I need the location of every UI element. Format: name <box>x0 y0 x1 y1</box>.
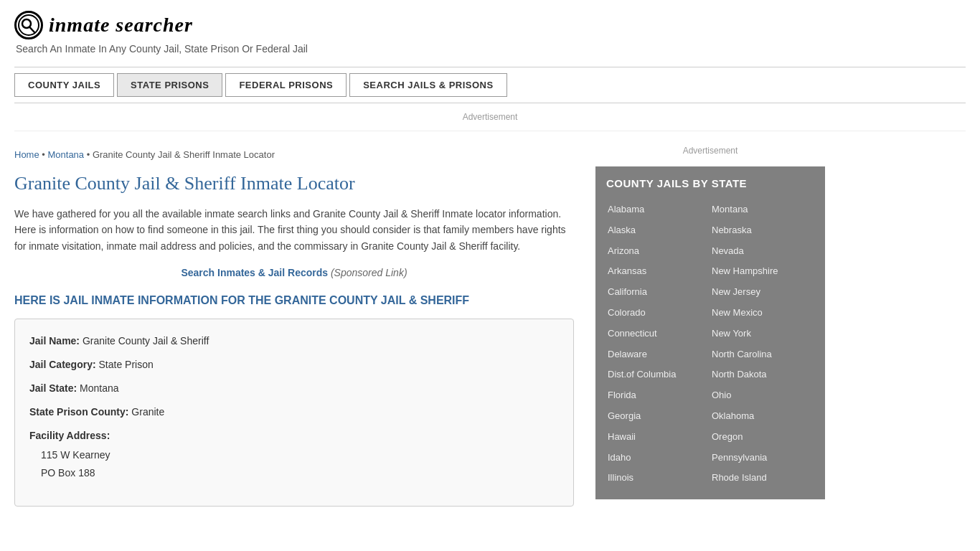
states-left-col: AlabamaAlaskaArizonaArkansasCaliforniaCo… <box>606 199 710 489</box>
state-item[interactable]: Illinois <box>606 468 710 489</box>
jail-address-lines: 115 W Kearney PO Box 188 <box>29 446 559 482</box>
state-item[interactable]: Oregon <box>710 427 814 448</box>
state-item[interactable]: Ohio <box>710 385 814 406</box>
jail-address-label: Facility Address: <box>29 430 110 441</box>
logo-text: inmate searcher <box>49 14 193 37</box>
state-item[interactable]: Nebraska <box>710 220 814 241</box>
jail-name-field: Jail Name: Granite County Jail & Sheriff <box>29 334 559 349</box>
state-item[interactable]: Georgia <box>606 406 710 427</box>
state-item[interactable]: New York <box>710 324 814 344</box>
jail-category-field: Jail Category: State Prison <box>29 357 559 372</box>
tagline: Search An Inmate In Any County Jail, Sta… <box>16 43 966 55</box>
county-jails-title: COUNTY JAILS BY STATE <box>606 177 814 189</box>
search-inmates-link[interactable]: Search Inmates & Jail Records <box>181 267 328 278</box>
nav-state-prisons[interactable]: STATE PRISONS <box>117 73 222 97</box>
state-item[interactable]: Alabama <box>606 199 710 220</box>
state-item[interactable]: Nevada <box>710 241 814 262</box>
state-item[interactable]: North Carolina <box>710 344 814 365</box>
state-item[interactable]: California <box>606 282 710 303</box>
jail-name-label: Jail Name: <box>29 335 80 347</box>
state-item[interactable]: Oklahoma <box>710 406 814 427</box>
state-item[interactable]: Montana <box>710 199 814 220</box>
state-item[interactable]: Pennsylvania <box>710 448 814 468</box>
sponsored-text: (Sponsored Link) <box>331 267 407 278</box>
breadcrumb: Home • Montana • Granite County Jail & S… <box>14 149 574 160</box>
state-item[interactable]: Colorado <box>606 303 710 324</box>
jail-state-val: Montana <box>80 382 118 394</box>
state-item[interactable]: North Dakota <box>710 364 814 385</box>
state-item[interactable]: New Jersey <box>710 282 814 303</box>
state-item[interactable]: Hawaii <box>606 427 710 448</box>
address-line-2: PO Box 188 <box>41 464 559 482</box>
jail-card: Jail Name: Granite County Jail & Sheriff… <box>14 319 574 506</box>
state-item[interactable]: Arkansas <box>606 261 710 282</box>
address-line-1: 115 W Kearney <box>41 446 559 464</box>
state-item[interactable]: Alaska <box>606 220 710 241</box>
jail-state-field: Jail State: Montana <box>29 381 559 396</box>
jail-county-val: Granite <box>131 406 164 418</box>
state-item[interactable]: Arizona <box>606 241 710 262</box>
jail-info-header: HERE IS JAIL INMATE INFORMATION FOR THE … <box>14 294 574 307</box>
logo: inmate searcher <box>14 11 966 39</box>
breadcrumb-home[interactable]: Home <box>14 149 39 160</box>
state-item[interactable]: Rhode Island <box>710 468 814 489</box>
jail-address-field: Facility Address: 115 W Kearney PO Box 1… <box>29 428 559 482</box>
state-item[interactable]: Connecticut <box>606 324 710 344</box>
page-title: Granite County Jail & Sheriff Inmate Loc… <box>14 173 574 194</box>
county-jails-box: COUNTY JAILS BY STATE AlabamaAlaskaArizo… <box>595 166 825 499</box>
state-item[interactable]: New Hampshire <box>710 261 814 282</box>
breadcrumb-state[interactable]: Montana <box>47 149 84 160</box>
jail-name-val: Granite County Jail & Sheriff <box>83 335 209 347</box>
state-item[interactable]: Dist.of Columbia <box>606 364 710 385</box>
svg-line-2 <box>30 27 35 32</box>
state-item[interactable]: Florida <box>606 385 710 406</box>
state-item[interactable]: Idaho <box>606 448 710 468</box>
breadcrumb-current: Granite County Jail & Sheriff Inmate Loc… <box>93 149 275 160</box>
states-right-col: MontanaNebraskaNevadaNew HampshireNew Je… <box>710 199 814 489</box>
jail-county-label: State Prison County: <box>29 406 128 418</box>
search-link-area: Search Inmates & Jail Records (Sponsored… <box>14 267 574 278</box>
jail-category-val: State Prison <box>98 359 153 370</box>
content-area: Home • Montana • Granite County Jail & S… <box>14 138 595 507</box>
main-nav: COUNTY JAILS STATE PRISONS FEDERAL PRISO… <box>14 67 966 103</box>
jail-state-label: Jail State: <box>29 382 77 394</box>
state-grid: AlabamaAlaskaArizonaArkansasCaliforniaCo… <box>606 199 814 489</box>
state-item[interactable]: New Mexico <box>710 303 814 324</box>
description-text: We have gathered for you all the availab… <box>14 206 574 254</box>
ad-banner: Advertisement <box>14 103 966 131</box>
sidebar-ad: Advertisement <box>595 146 825 156</box>
nav-federal-prisons[interactable]: FEDERAL PRISONS <box>225 73 347 97</box>
state-item[interactable]: Delaware <box>606 344 710 365</box>
jail-category-label: Jail Category: <box>29 359 96 370</box>
sidebar: Advertisement COUNTY JAILS BY STATE Alab… <box>595 138 825 507</box>
jail-county-field: State Prison County: Granite <box>29 405 559 420</box>
nav-search-jails[interactable]: SEARCH JAILS & PRISONS <box>349 73 507 97</box>
logo-icon <box>14 11 43 39</box>
nav-county-jails[interactable]: COUNTY JAILS <box>14 73 114 97</box>
